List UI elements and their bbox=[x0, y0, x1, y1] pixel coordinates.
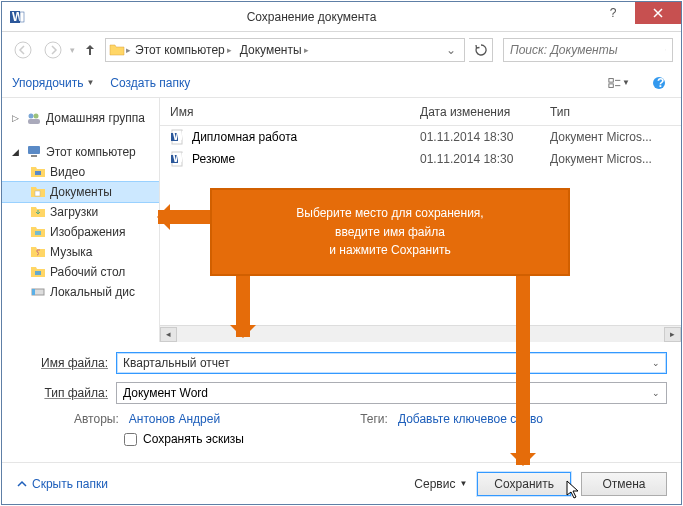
file-row[interactable]: WДипломная работа 01.11.2014 18:30 Докум… bbox=[160, 126, 681, 148]
help-icon[interactable]: ? bbox=[647, 72, 671, 94]
filetype-label: Тип файла: bbox=[16, 386, 116, 400]
titlebar: W Сохранение документа ? bbox=[2, 2, 681, 32]
forward-button[interactable] bbox=[40, 37, 66, 63]
help-button[interactable]: ? bbox=[591, 2, 635, 24]
filename-label: Имя файла: bbox=[16, 356, 116, 370]
svg-rect-21 bbox=[35, 271, 41, 275]
annotation-arrow bbox=[158, 210, 212, 224]
toolbar: Упорядочить ▼ Создать папку ▼ ? bbox=[2, 68, 681, 98]
address-bar[interactable]: ▸ Этот компьютер ▸ Документы ▸ ⌄ bbox=[105, 38, 465, 62]
sidebar-localdisk[interactable]: Локальный дис bbox=[2, 282, 159, 302]
breadcrumb-current[interactable]: Документы ▸ bbox=[236, 43, 313, 57]
folder-icon bbox=[30, 184, 46, 200]
cancel-button[interactable]: Отмена bbox=[581, 472, 667, 496]
address-dropdown-icon[interactable]: ⌄ bbox=[440, 43, 462, 57]
sidebar-thispc[interactable]: ◢ Этот компьютер bbox=[2, 142, 159, 162]
svg-point-14 bbox=[34, 114, 39, 119]
svg-rect-17 bbox=[31, 155, 37, 157]
sidebar-pictures[interactable]: Изображения bbox=[2, 222, 159, 242]
filename-input[interactable] bbox=[123, 356, 652, 370]
recent-dropdown-icon[interactable]: ▾ bbox=[70, 45, 75, 55]
annotation-callout: Выберите место для сохранения, введите и… bbox=[210, 188, 570, 276]
svg-point-5 bbox=[665, 50, 666, 51]
pc-icon bbox=[26, 144, 42, 160]
folder-icon bbox=[30, 224, 46, 240]
svg-point-13 bbox=[29, 114, 34, 119]
sidebar-homegroup[interactable]: ▷ Домашняя группа bbox=[2, 108, 159, 128]
chevron-up-icon bbox=[16, 478, 28, 490]
footer: Скрыть папки Сервис ▼ Сохранить Отмена bbox=[2, 462, 681, 504]
folder-icon bbox=[30, 264, 46, 280]
file-row[interactable]: WРезюме 01.11.2014 18:30 Документ Micros… bbox=[160, 148, 681, 170]
save-thumbs-label[interactable]: Сохранять эскизы bbox=[143, 432, 244, 446]
svg-rect-8 bbox=[609, 83, 613, 87]
scroll-left-icon[interactable]: ◂ bbox=[160, 327, 177, 342]
sidebar: ▷ Домашняя группа ◢ Этот компьютер Видео… bbox=[2, 98, 160, 342]
dropdown-icon[interactable]: ⌄ bbox=[652, 358, 660, 368]
svg-text:W: W bbox=[173, 151, 185, 165]
up-button[interactable] bbox=[79, 39, 101, 61]
dialog-title: Сохранение документа bbox=[32, 10, 591, 24]
breadcrumb-root[interactable]: Этот компьютер ▸ bbox=[131, 43, 236, 57]
svg-rect-16 bbox=[28, 146, 40, 154]
nav-bar: ▾ ▸ Этот компьютер ▸ Документы ▸ ⌄ bbox=[2, 32, 681, 68]
annotation-arrow bbox=[236, 269, 250, 337]
word-app-icon: W bbox=[2, 2, 32, 32]
authors-value[interactable]: Антонов Андрей bbox=[129, 412, 220, 426]
scroll-right-icon[interactable]: ▸ bbox=[664, 327, 681, 342]
annotation-arrow bbox=[516, 269, 530, 465]
back-button[interactable] bbox=[10, 37, 36, 63]
close-button[interactable] bbox=[635, 2, 681, 24]
hide-folders-link[interactable]: Скрыть папки bbox=[16, 477, 108, 491]
organize-menu[interactable]: Упорядочить ▼ bbox=[12, 76, 94, 90]
dropdown-icon[interactable]: ⌄ bbox=[652, 388, 660, 398]
column-headers: Имя Дата изменения Тип bbox=[160, 98, 681, 126]
svg-text:?: ? bbox=[657, 76, 664, 90]
svg-rect-15 bbox=[28, 119, 40, 124]
column-date[interactable]: Дата изменения bbox=[420, 105, 550, 119]
search-box[interactable] bbox=[503, 38, 673, 62]
svg-rect-2 bbox=[20, 12, 24, 22]
svg-rect-18 bbox=[35, 171, 41, 175]
sidebar-video[interactable]: Видео bbox=[2, 162, 159, 182]
view-options-button[interactable]: ▼ bbox=[607, 72, 631, 94]
tags-label: Теги: bbox=[360, 412, 388, 426]
column-name[interactable]: Имя bbox=[170, 105, 420, 119]
svg-rect-23 bbox=[32, 289, 35, 295]
bottom-panel: Имя файла: ⌄ Тип файла: Документ Word ⌄ … bbox=[2, 342, 681, 462]
sidebar-desktop[interactable]: Рабочий стол bbox=[2, 262, 159, 282]
folder-icon bbox=[30, 164, 46, 180]
svg-rect-19 bbox=[35, 191, 40, 196]
filetype-field[interactable]: Документ Word ⌄ bbox=[116, 382, 667, 404]
sidebar-documents[interactable]: Документы bbox=[2, 182, 159, 202]
filename-field[interactable]: ⌄ bbox=[116, 352, 667, 374]
folder-icon bbox=[30, 244, 46, 260]
word-doc-icon: W bbox=[170, 129, 186, 145]
authors-label: Авторы: bbox=[74, 412, 119, 426]
save-thumbs-checkbox[interactable] bbox=[124, 433, 137, 446]
refresh-button[interactable] bbox=[469, 38, 493, 62]
search-icon bbox=[665, 44, 666, 56]
search-input[interactable] bbox=[510, 43, 661, 57]
drive-icon bbox=[30, 284, 46, 300]
sidebar-music[interactable]: Музыка bbox=[2, 242, 159, 262]
new-folder-button[interactable]: Создать папку bbox=[110, 76, 190, 90]
tools-menu[interactable]: Сервис ▼ bbox=[414, 477, 467, 491]
sidebar-downloads[interactable]: Загрузки bbox=[2, 202, 159, 222]
folder-icon bbox=[30, 204, 46, 220]
column-type[interactable]: Тип bbox=[550, 105, 681, 119]
folder-icon bbox=[108, 42, 126, 58]
svg-rect-20 bbox=[35, 231, 41, 235]
svg-rect-7 bbox=[609, 78, 613, 82]
svg-point-4 bbox=[45, 42, 61, 58]
svg-point-3 bbox=[15, 42, 31, 58]
homegroup-icon bbox=[26, 110, 42, 126]
word-doc-icon: W bbox=[170, 151, 186, 167]
svg-text:W: W bbox=[173, 129, 185, 143]
